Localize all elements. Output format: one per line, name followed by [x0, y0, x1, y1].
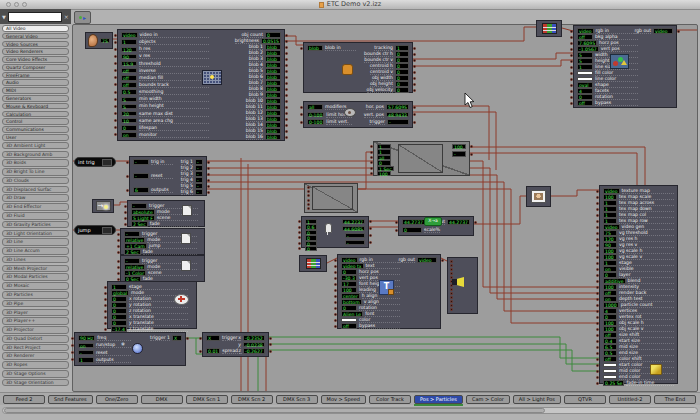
port-dot[interactable] [370, 145, 373, 148]
port-value[interactable]: center [341, 293, 360, 298]
port-dot[interactable] [596, 346, 599, 349]
port-value[interactable]: off [603, 356, 617, 361]
port-value[interactable]: 100 [603, 326, 617, 331]
port-dot[interactable] [413, 106, 416, 109]
eyes-node[interactable]: videovideo in1objects120h res90v res15.9… [117, 29, 285, 141]
port-dot[interactable] [596, 256, 599, 259]
port-value[interactable] [102, 159, 112, 166]
port-dot[interactable] [71, 337, 74, 340]
port-value[interactable]: 90 [603, 242, 617, 247]
port-value[interactable]: 1 [603, 218, 617, 223]
port-dot[interactable] [570, 78, 573, 81]
port-dot[interactable] [334, 295, 337, 298]
matrix-receive-node[interactable] [536, 20, 562, 37]
port-dot[interactable] [117, 266, 120, 269]
port-value[interactable]: video [121, 32, 138, 37]
port-dot[interactable] [207, 161, 210, 164]
port-value[interactable]: 75 [603, 230, 617, 235]
port-dot[interactable] [117, 251, 120, 254]
port-dot[interactable] [334, 271, 337, 274]
port-dot[interactable] [104, 322, 107, 325]
port-value[interactable]: 0 [265, 32, 281, 37]
activate-scene-node-1[interactable]: -triggerabsolutemode5 Light Fscene2 Secf… [127, 200, 205, 227]
port-value[interactable] [603, 369, 617, 374]
random-spread-node[interactable]: Xtrigger0.01spreadx-0.2352y-0.0238z-0.26… [202, 332, 269, 357]
port-value[interactable]: off [121, 82, 137, 87]
port-dot[interactable] [570, 48, 573, 51]
port-value[interactable]: 75 [100, 38, 110, 43]
port-dot[interactable] [596, 244, 599, 247]
port-dot[interactable] [596, 340, 599, 343]
port-value[interactable]: - [345, 240, 365, 245]
port-dot[interactable] [441, 259, 444, 262]
port-value[interactable]: 0 [395, 81, 409, 86]
port-value[interactable]: 100 [603, 254, 617, 259]
port-value[interactable]: 0 [111, 302, 127, 307]
port-dot[interactable] [285, 130, 288, 133]
port-dot[interactable] [596, 358, 599, 361]
port-dot[interactable] [117, 239, 120, 242]
port-dot[interactable] [450, 292, 453, 295]
port-dot[interactable] [285, 88, 288, 91]
port-dot[interactable] [570, 36, 573, 39]
text-draw-node[interactable]: videorgb invideo txtext0horz pos-30.3ver… [337, 254, 441, 329]
port-value[interactable]: - [133, 173, 149, 178]
port-dot[interactable] [285, 106, 288, 109]
port-value[interactable]: -0.2627 [243, 348, 265, 353]
port-value[interactable]: 100 [341, 287, 357, 292]
port-dot[interactable] [269, 337, 272, 340]
port-dot[interactable] [596, 322, 599, 325]
port-dot[interactable] [126, 161, 129, 164]
port-dot[interactable] [596, 382, 599, 385]
port-value[interactable]: global [111, 290, 129, 295]
port-dot[interactable] [596, 226, 599, 229]
port-value[interactable]: 100 [603, 284, 617, 289]
port-dot[interactable] [596, 280, 599, 283]
port-value[interactable]: 5 [121, 104, 137, 109]
port-dot[interactable] [71, 358, 74, 361]
port-dot[interactable] [186, 337, 189, 340]
port-value[interactable]: - [195, 165, 203, 170]
port-dot[interactable] [370, 167, 373, 170]
int-trig-pill[interactable]: int trig [74, 157, 116, 167]
port-value[interactable]: 0 [305, 246, 317, 251]
port-dot[interactable] [300, 121, 303, 124]
port-dot[interactable] [450, 304, 453, 307]
port-value[interactable]: video [603, 188, 620, 193]
port-dot[interactable] [369, 234, 372, 237]
port-dot[interactable] [298, 236, 301, 239]
port-value[interactable]: 0 [341, 269, 357, 274]
port-value[interactable]: 0 [395, 75, 409, 80]
blob-decoder-node[interactable]: blobblob intracking1bounds ctr h0bounds … [303, 42, 413, 93]
port-dot[interactable] [298, 226, 301, 229]
port-value[interactable] [102, 227, 112, 234]
port-dot[interactable] [114, 48, 117, 51]
port-dot[interactable] [570, 90, 573, 93]
port-dot[interactable] [114, 126, 117, 129]
port-dot[interactable] [596, 364, 599, 367]
port-value[interactable]: blob [307, 45, 323, 50]
port-dot[interactable] [307, 186, 310, 189]
port-dot[interactable] [596, 202, 599, 205]
port-value[interactable]: off [577, 34, 593, 39]
port-dot[interactable] [596, 208, 599, 211]
port-dot[interactable] [114, 133, 117, 136]
port-value[interactable]: - [133, 159, 149, 164]
port-dot[interactable] [285, 46, 288, 49]
port-dot[interactable] [285, 52, 288, 55]
port-dot[interactable] [413, 77, 416, 80]
port-dot[interactable] [285, 82, 288, 85]
port-value[interactable]: 44.2737 [402, 219, 425, 224]
port-dot[interactable] [114, 83, 117, 86]
activate-scene-node-2[interactable]: -triggerrelativemode+1 Camjump2 Secfade [120, 228, 205, 255]
port-dot[interactable] [307, 199, 310, 202]
port-value[interactable]: 0 [577, 94, 593, 99]
port-dot[interactable] [126, 175, 129, 178]
port-dot[interactable] [596, 196, 599, 199]
port-dot[interactable] [596, 292, 599, 295]
port-dot[interactable] [207, 167, 210, 170]
port-value[interactable]: - [195, 189, 203, 194]
port-value[interactable]: video [603, 224, 620, 229]
port-dot[interactable] [570, 102, 573, 105]
port-value[interactable]: 1 [603, 260, 617, 265]
